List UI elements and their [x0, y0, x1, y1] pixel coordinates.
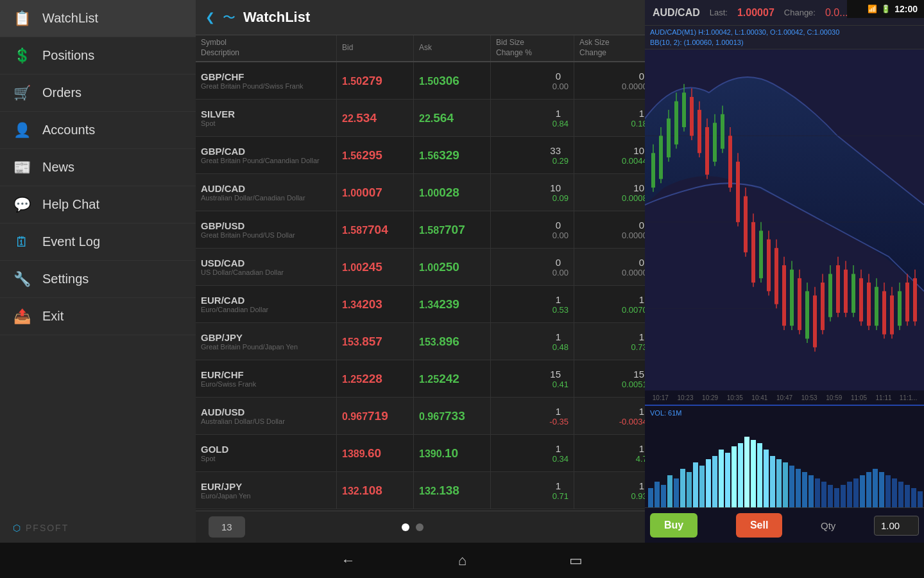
- bid-size: 1: [556, 331, 569, 342]
- bid-size: 10: [550, 182, 569, 193]
- svg-rect-77: [674, 478, 679, 507]
- chart-area[interactable]: [645, 49, 924, 390]
- page-count-button[interactable]: 13: [209, 516, 245, 538]
- td-symbol: GBP/CAD Great Britain Pound/Canandian Do…: [196, 137, 337, 173]
- svg-rect-85: [725, 453, 730, 507]
- td-bid: 153.857: [337, 323, 414, 360]
- td-ask-size: 10 0.00086: [574, 174, 645, 211]
- symbol-text: EUR/CHF: [201, 369, 331, 380]
- svg-rect-82: [706, 459, 711, 507]
- td-symbol: EUR/JPY Euro/Japan Yen: [196, 472, 337, 509]
- change-pct: 0.34: [552, 454, 569, 464]
- ask-size: 1: [639, 443, 645, 454]
- td-bid-size: 15 0.41: [491, 360, 574, 397]
- desc-text: Euro/Swiss Frank: [201, 380, 331, 388]
- sidebar-item-positions[interactable]: 💲 Positions: [0, 37, 196, 74]
- table-row[interactable]: GBP/JPY Great Britain Pound/Japan Yen 15…: [196, 323, 645, 360]
- svg-rect-84: [719, 450, 724, 507]
- bid-size: 33: [550, 145, 569, 156]
- table-row[interactable]: GOLD Spot 1389.60 1390.10 1 0.34 1 4.70: [196, 435, 645, 472]
- chart-last-label: Last:: [710, 8, 728, 17]
- home-nav-button[interactable]: ⌂: [458, 552, 466, 569]
- change-pct: 0.84: [552, 119, 569, 128]
- pagination-dot-2[interactable]: [416, 523, 424, 531]
- time-tick: 11:11: [871, 394, 896, 401]
- desc-text: Spot: [201, 119, 331, 127]
- table-row[interactable]: EUR/JPY Euro/Japan Yen 132.108 132.138 1…: [196, 472, 645, 509]
- svg-rect-86: [732, 446, 737, 507]
- td-bid: 22.534: [337, 100, 414, 136]
- ask-value: 1.25242: [419, 372, 485, 386]
- buy-button[interactable]: Buy: [650, 513, 697, 538]
- sidebar-footer: ⬡ PFSOFT: [0, 513, 196, 543]
- td-ask: 1.56329: [414, 137, 491, 173]
- sidebar-item-orders[interactable]: 🛒 Orders: [0, 74, 196, 112]
- ask-size: 0: [639, 71, 645, 82]
- svg-rect-115: [918, 491, 923, 507]
- svg-rect-89: [751, 440, 756, 507]
- time-tick: 10:53: [797, 394, 822, 401]
- ask-size: 1: [639, 108, 645, 119]
- sidebar-item-watchlist[interactable]: 📋 WatchList: [0, 0, 196, 37]
- sidebar-item-accounts[interactable]: 👤 Accounts: [0, 112, 196, 149]
- table-row[interactable]: GBP/CAD Great Britain Pound/Canandian Do…: [196, 137, 645, 174]
- change-pct: 0.29: [552, 156, 569, 166]
- svg-rect-91: [764, 450, 769, 507]
- table-row[interactable]: EUR/CHF Euro/Swiss Frank 1.25228 1.25242…: [196, 360, 645, 398]
- sidebar-footer-text: PFSOFT: [26, 523, 69, 533]
- td-bid: 1.34203: [337, 286, 414, 322]
- table-row[interactable]: AUD/USD Australian Dollar/US Dollar 0.96…: [196, 398, 645, 435]
- svg-rect-108: [873, 469, 878, 507]
- sidebar-item-settings[interactable]: 🔧 Settings: [0, 261, 196, 298]
- recent-nav-button[interactable]: ▭: [569, 552, 583, 569]
- change-pct: 0.71: [552, 491, 569, 501]
- svg-rect-73: [648, 488, 653, 507]
- td-bid: 132.108: [337, 472, 414, 509]
- change-pct: 0.48: [552, 342, 569, 352]
- chart-change-value: 0.0...: [825, 7, 848, 19]
- sidebar-label-helpchat: Help Chat: [42, 197, 99, 212]
- symbol-text: SILVER: [201, 109, 331, 119]
- td-bid-size: 0 0.00: [491, 249, 574, 285]
- helpchat-icon: 💬: [13, 197, 31, 213]
- pagination-dot-1[interactable]: [402, 523, 409, 531]
- svg-rect-80: [693, 462, 698, 507]
- table-row[interactable]: AUD/CAD Australian Dollar/Canadian Dolla…: [196, 174, 645, 211]
- desc-text: Great Britain Pound/Swiss Frank: [201, 82, 331, 90]
- chart-change-label: Change:: [784, 8, 816, 17]
- table-row[interactable]: SILVER Spot 22.534 22.564 1 0.84 1 0.187: [196, 100, 645, 137]
- ask-size: 1: [639, 294, 645, 305]
- bid-value: 1.34203: [342, 297, 408, 311]
- svg-rect-99: [815, 478, 820, 507]
- table-row[interactable]: GBP/CHF Great Britain Pound/Swiss Frank …: [196, 62, 645, 100]
- back-button[interactable]: ❮: [205, 10, 215, 24]
- svg-rect-110: [886, 475, 891, 507]
- symbol-text: GBP/USD: [201, 220, 331, 231]
- ask-value: 1.34239: [419, 297, 485, 311]
- svg-rect-102: [834, 488, 839, 507]
- sidebar-item-helpchat[interactable]: 💬 Help Chat: [0, 186, 196, 223]
- bid-size: 1: [556, 443, 569, 454]
- bid-size: 1: [556, 406, 569, 417]
- table-row[interactable]: EUR/CAD Euro/Canadian Dollar 1.34203 1.3…: [196, 286, 645, 323]
- qty-input[interactable]: [874, 516, 919, 536]
- sidebar-item-exit[interactable]: 📤 Exit: [0, 298, 196, 335]
- sidebar-item-eventlog[interactable]: 🗓 Event Log: [0, 223, 196, 261]
- svg-rect-79: [687, 472, 692, 507]
- sidebar-item-news[interactable]: 📰 News: [0, 149, 196, 186]
- svg-rect-98: [809, 475, 814, 507]
- svg-rect-87: [738, 443, 743, 507]
- change-pct: -0.35: [549, 417, 569, 426]
- table-row[interactable]: GBP/USD Great Britain Pound/US Dollar 1.…: [196, 211, 645, 249]
- table-row[interactable]: USD/CAD US Dollar/Canadian Dollar 1.0024…: [196, 249, 645, 286]
- change-amt: 0.735: [631, 342, 645, 352]
- sell-button[interactable]: Sell: [736, 513, 782, 538]
- svg-rect-106: [860, 475, 865, 507]
- ask-value: 1.56329: [419, 148, 485, 162]
- td-ask: 1390.10: [414, 435, 491, 471]
- settings-icon: 🔧: [13, 271, 31, 288]
- change-amt: 0.935: [631, 491, 645, 501]
- td-ask: 1.587707: [414, 211, 491, 248]
- time-tick: 10:35: [723, 394, 748, 401]
- back-nav-button[interactable]: ←: [341, 552, 355, 569]
